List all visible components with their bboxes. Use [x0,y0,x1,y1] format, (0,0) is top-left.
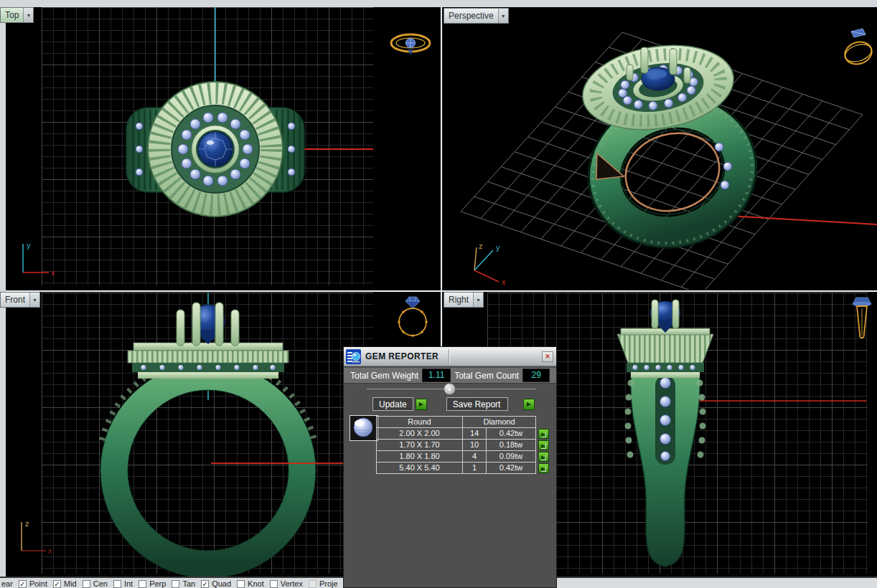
osnap-label: ear [1,579,13,588]
ring-orientation-right-icon [849,294,875,347]
total-gem-count-label: Total Gem Count [452,371,521,381]
gem-table-header: Round Diamond [377,417,536,428]
gem-thumbnail[interactable] [350,415,378,441]
osnap-checkbox[interactable] [113,580,121,588]
ring-orientation-perspective-icon [841,23,876,70]
osnap-item[interactable]: Tan [172,579,195,588]
run-arrow-icon: ▶ [541,466,545,472]
osnap-item[interactable]: Knot [237,579,264,588]
osnap-checkbox[interactable] [309,580,316,588]
run-arrow-icon: ▶ [527,401,531,407]
osnap-item[interactable]: Int [113,579,133,588]
gem-count-cell: 10 [463,440,487,451]
gem-row-run-button[interactable]: ▶ [538,440,549,450]
close-button[interactable]: ✕ [542,351,553,362]
viewport-tab-right[interactable]: Right ▼ [444,292,484,308]
gem-row-run-button[interactable]: ▶ [538,463,549,473]
viewport-top[interactable]: y x [6,7,440,290]
osnap-item[interactable]: ✓ Point [19,579,47,588]
dialog-buttons: Update ▶ Save Report ▶ [372,397,556,411]
viewport-tab-label: Right [444,295,473,305]
collapse-row: ▲ [344,384,556,394]
osnap-item[interactable]: ✓ Quad [201,579,231,588]
run-arrow-icon: ▶ [419,401,423,407]
update-button[interactable]: Update [372,397,413,411]
column-header-diamond: Diamond [463,417,536,428]
viewport-tab-top[interactable]: Top ▼ [0,7,34,23]
svg-text:z: z [479,242,483,250]
svg-text:z: z [25,519,29,528]
chevron-down-icon[interactable]: ▼ [23,8,33,22]
save-report-button[interactable]: Save Report [446,397,508,411]
gem-size-cell: 2.00 X 2.00 [377,428,463,440]
osnap-checkbox[interactable] [139,580,146,588]
chevron-down-icon[interactable]: ▼ [498,9,508,23]
chevron-down-icon[interactable]: ▼ [473,293,483,307]
run-arrow-icon: ▶ [541,443,545,449]
collapse-button[interactable]: ▲ [444,383,456,395]
gem-weight-cell: 0.09tw [487,451,536,463]
gem-weight-cell: 0.18tw [487,440,536,451]
osnap-item[interactable]: Perp [139,579,166,588]
totals-row: Total Gem Weight 1.11 Total Gem Count 29 [344,368,556,384]
viewport-tab-front[interactable]: Front ▼ [0,292,40,308]
gem-table-row: 1.70 X 1.70 10 0.18tw ▶ [377,440,536,451]
osnap-checkbox[interactable] [270,580,278,588]
osnap-label: Quad [212,579,231,588]
gem-table-row: 5.40 X 5.40 1 0.42tw ▶ [377,463,536,474]
viewport-tab-label: Front [1,295,29,305]
save-report-run-button[interactable]: ▶ [523,399,535,410]
column-header-round: Round [377,417,463,428]
close-icon: ✕ [545,353,550,360]
gem-count-cell: 14 [463,428,487,440]
gem-reporter-icon [346,349,361,364]
gem-row-run-button[interactable]: ▶ [538,452,549,462]
osnap-label: Knot [248,579,264,588]
osnap-item[interactable]: Proje [309,579,338,588]
osnap-item[interactable]: ✓ Mid [53,579,77,588]
round-gem-icon [350,416,376,439]
gem-count-cell: 4 [463,451,487,463]
run-arrow-icon: ▶ [541,455,545,460]
world-axis-icon: z y x [463,240,520,285]
gem-table-row: 1.80 X 1.80 4 0.09tw ▶ [377,451,536,463]
osnap-checkbox[interactable] [237,580,245,588]
osnap-label: Mid [64,579,77,588]
update-run-button[interactable]: ▶ [416,399,427,410]
gem-size-cell: 5.40 X 5.40 [377,463,463,474]
osnap-checkbox[interactable] [83,580,90,588]
gem-row-run-button[interactable]: ▶ [538,429,549,439]
gem-weight-cell: 0.42tw [487,463,536,474]
gem-count-cell: 1 [463,463,487,474]
svg-text:x: x [51,268,55,277]
gem-table-body: 2.00 X 2.00 14 0.42tw ▶ 1.70 X 1.70 10 0… [377,428,536,474]
chevron-down-icon[interactable]: ▼ [29,293,39,307]
osnap-checkbox[interactable] [172,580,179,588]
osnap-item[interactable]: ear [1,579,13,588]
osnap-item[interactable]: Cen [83,579,108,588]
svg-text:x: x [48,546,52,555]
osnap-label: Tan [182,579,195,588]
gem-reporter-titlebar[interactable]: GEM REPORTER ✕ [344,347,556,366]
osnap-label: Proje [319,579,338,588]
dialog-title: GEM REPORTER [365,351,438,361]
gem-reporter-dialog: GEM REPORTER ✕ Total Gem Weight 1.11 Tot… [343,346,557,588]
collapse-up-icon: ▲ [447,387,452,392]
ring-orientation-top-icon [388,27,433,59]
total-gem-weight-value: 1.11 [422,369,451,382]
osnap-label: Int [124,579,133,588]
run-arrow-icon: ▶ [541,432,545,437]
viewport-perspective[interactable]: z y x [443,7,877,290]
osnap-label: Vertex [281,579,303,588]
osnap-checkbox[interactable]: ✓ [53,580,61,588]
osnap-label: Perp [149,579,166,588]
svg-text:y: y [27,241,31,250]
total-gem-weight-label: Total Gem Weight [348,371,421,381]
osnap-checkbox[interactable]: ✓ [19,580,27,588]
osnap-checkbox[interactable]: ✓ [201,580,209,588]
cplane-axis-icon: z x [10,513,60,558]
osnap-item[interactable]: Vertex [270,579,303,588]
gem-size-cell: 1.80 X 1.80 [377,451,463,463]
viewport-divider-horizontal[interactable] [6,290,877,292]
viewport-tab-perspective[interactable]: Perspective ▼ [444,8,509,24]
